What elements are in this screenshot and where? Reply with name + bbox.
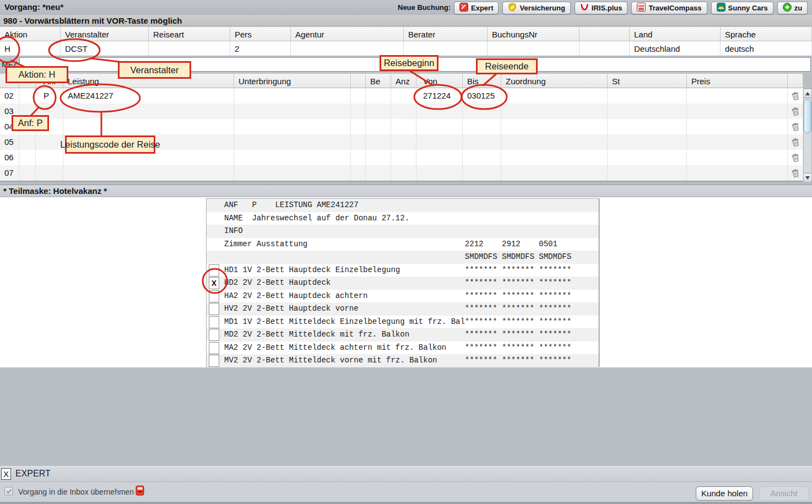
versicherung-button[interactable]: Versicherung [502,2,570,14]
ansicht-button[interactable]: Ansicht [759,486,809,501]
cell-anz[interactable] [391,165,416,181]
cell-unterbringung[interactable] [234,119,351,134]
field-reiseart[interactable] [149,41,230,56]
cell-leistung[interactable]: AME241227 [63,88,234,104]
cell-leistung[interactable] [63,150,234,165]
cell-st[interactable] [608,165,687,181]
delete-row-button[interactable] [788,88,803,104]
delete-row-button[interactable] [788,134,803,150]
field-sprache[interactable]: deutsch [721,41,812,56]
field-veranstalter[interactable]: DCST [61,41,149,56]
cell-zuordnung[interactable] [501,134,608,150]
field-berater[interactable] [404,41,488,56]
cell-preis[interactable] [687,165,788,181]
scrollbar-thumb[interactable] [804,99,811,133]
room-checkbox-md2[interactable] [209,329,219,341]
cell-mark[interactable] [19,165,36,181]
room-checkbox-ma2[interactable] [209,342,219,354]
cell-unterbringung[interactable] [234,88,351,104]
cell-von[interactable] [416,165,463,181]
inbox-checkbox[interactable] [4,487,13,495]
cell-von[interactable]: 271224 [416,88,463,104]
cell-anf[interactable]: P [36,88,63,104]
expert-button[interactable]: Expert [454,2,499,14]
cell-zuordnung[interactable] [501,119,608,134]
field-agentur[interactable] [291,41,404,56]
kunde-holen-button[interactable]: Kunde holen [696,486,753,501]
expert-flag-input[interactable]: X [1,468,11,480]
cell-be[interactable] [366,134,391,150]
cell-be[interactable] [366,150,391,165]
cell-be[interactable] [366,88,391,104]
cell-unterbringung[interactable] [234,165,351,181]
delete-row-button[interactable] [788,150,803,165]
cell-preis[interactable] [687,104,788,119]
cell-st[interactable] [608,88,687,104]
room-checkbox-hd2[interactable]: X [209,277,219,289]
cell-leistung[interactable] [63,119,234,134]
field-land[interactable]: Deutschland [630,41,721,56]
room-checkbox-hd1[interactable] [209,264,219,277]
mfz-input[interactable] [19,57,811,72]
scroll-down-button[interactable] [804,173,811,182]
cell-be[interactable] [366,104,391,119]
cell-von[interactable] [416,104,463,119]
cell-bis[interactable] [463,134,501,150]
cell-unterbringung[interactable] [234,104,351,119]
cell-anz[interactable] [391,119,416,134]
cell-anf[interactable] [36,150,63,165]
cell-anf[interactable] [36,165,63,181]
cell-mark[interactable] [19,104,36,119]
cell-anz[interactable] [391,104,416,119]
cell-bis[interactable] [463,150,501,165]
cell-zuordnung[interactable] [501,104,608,119]
iris-plus-button[interactable]: IRIS.plus [575,2,628,14]
cell-bis[interactable] [463,165,501,181]
cell-mark[interactable] [19,119,36,134]
cell-anf[interactable] [36,104,63,119]
cell-st[interactable] [608,119,687,134]
cell-unterbringung[interactable] [234,134,351,150]
cell-bis[interactable] [463,119,501,134]
cell-von[interactable] [416,134,463,150]
grid-scrollbar[interactable] [803,89,812,182]
cell-anz[interactable] [391,88,416,104]
room-checkbox-ha2[interactable] [209,290,219,302]
cell-von[interactable] [416,150,463,165]
room-checkbox-mv2[interactable] [209,355,219,367]
cell-st[interactable] [608,104,687,119]
cell-anz[interactable] [391,150,416,165]
delete-row-button[interactable] [788,104,803,119]
cell-preis[interactable] [687,88,788,104]
room-checkbox-md1[interactable] [209,316,219,328]
field-aktion[interactable]: H [0,41,61,56]
cell-mark[interactable] [19,134,36,150]
cell-preis[interactable] [687,119,788,134]
cell-anf[interactable] [36,134,63,150]
cell-anz[interactable] [391,134,416,150]
cell-leistung[interactable] [63,104,234,119]
cell-anf[interactable] [36,119,63,134]
cell-bis[interactable]: 030125 [463,88,501,104]
cell-be[interactable] [366,165,391,181]
cell-preis[interactable] [687,134,788,150]
cell-zuordnung[interactable] [501,88,608,104]
cell-be[interactable] [366,119,391,134]
cell-leistung[interactable] [63,134,234,150]
cell-unterbringung[interactable] [234,150,351,165]
cell-preis[interactable] [687,150,788,165]
field-buchungsnr[interactable] [488,41,580,56]
cell-st[interactable] [608,150,687,165]
cell-mark[interactable] [19,150,36,165]
cell-mark[interactable] [19,88,36,104]
zu-button[interactable]: zu [777,2,808,14]
cell-zuordnung[interactable] [501,150,608,165]
cell-von[interactable] [416,119,463,134]
cell-zuordnung[interactable] [501,165,608,181]
scroll-up-button[interactable] [804,89,811,98]
room-checkbox-hv2[interactable] [209,303,219,315]
delete-row-button[interactable] [788,119,803,134]
field-pers[interactable]: 2 [230,41,291,56]
cell-leistung[interactable] [63,165,234,181]
cell-bis[interactable] [463,104,501,119]
